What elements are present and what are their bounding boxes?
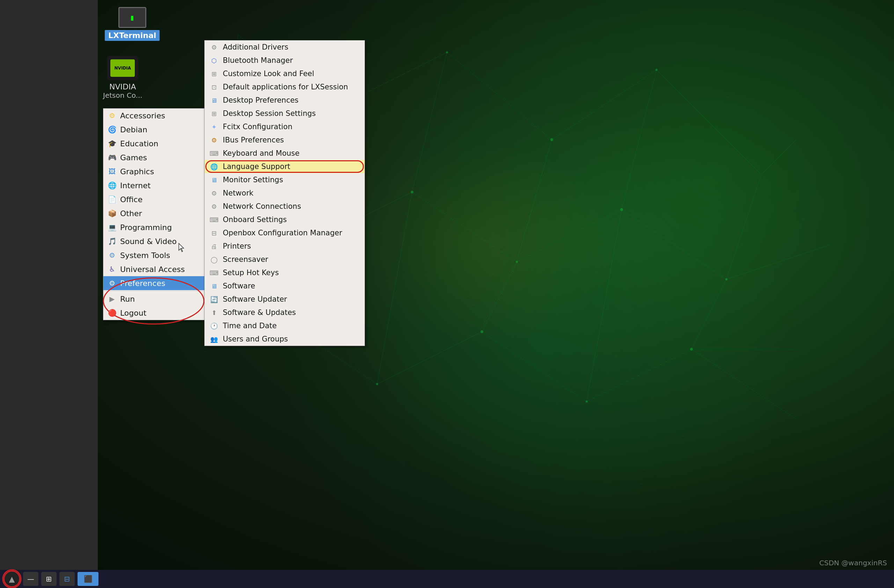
pref-additional-drivers[interactable]: ⚙ Additional Drivers: [205, 41, 365, 54]
pref-onboard-settings[interactable]: ⌨ Onboard Settings: [205, 213, 365, 226]
pref-network[interactable]: ⚙ Network: [205, 187, 365, 200]
pref-customize-look[interactable]: ⊞ Customize Look and Feel: [205, 67, 365, 80]
svg-line-4: [657, 70, 761, 175]
menu-item-other[interactable]: 📦 Other ›: [103, 207, 211, 220]
graphics-icon: 🖼: [107, 167, 117, 176]
menu-separator: [103, 291, 211, 291]
software-icon: 🖥: [210, 282, 219, 291]
pref-setup-hotkeys[interactable]: ⌨ Setup Hot Keys: [205, 266, 365, 279]
pref-printers[interactable]: 🖨 Printers: [205, 240, 365, 253]
pref-language-support[interactable]: 🌐 Language Support: [205, 160, 365, 173]
svg-line-26: [726, 244, 831, 279]
language-support-icon: 🌐: [210, 162, 219, 171]
svg-line-9: [622, 210, 726, 279]
pref-desktop-session[interactable]: ⊞ Desktop Session Settings: [205, 107, 365, 120]
fcitx-icon: ✦: [210, 122, 219, 131]
time-date-icon: 🕐: [210, 321, 219, 330]
pref-network-connections[interactable]: ⚙ Network Connections: [205, 200, 365, 213]
pref-software-updates[interactable]: ⬆ Software & Updates: [205, 306, 365, 319]
start-button-container: ▲: [3, 571, 20, 587]
svg-line-18: [377, 192, 412, 384]
menu-item-debian[interactable]: 🌀 Debian ›: [103, 122, 211, 137]
menu-item-games[interactable]: 🎮 Games ›: [103, 151, 211, 164]
pref-users-groups[interactable]: 👥 Users and Groups: [205, 332, 365, 346]
printers-icon: 🖨: [210, 242, 219, 251]
taskbar-icon-4: ⬛: [84, 575, 92, 583]
start-button[interactable]: ▲: [3, 571, 20, 587]
nvidia-desktop-icon[interactable]: NVIDIA NVIDIA Jetson Co...: [103, 56, 142, 100]
menu-item-run[interactable]: ▶ Run: [103, 292, 211, 306]
internet-icon: 🌐: [107, 181, 117, 190]
preferences-icon: ⚙: [107, 279, 117, 288]
debian-icon: 🌀: [107, 125, 117, 134]
menu-item-internet[interactable]: 🌐 Internet ›: [103, 178, 211, 192]
desktop-session-icon: ⊞: [210, 109, 219, 118]
left-panel: [0, 0, 98, 588]
svg-point-30: [550, 138, 553, 141]
taskbar-btn-4[interactable]: ⬛: [77, 572, 98, 586]
pref-bluetooth-manager[interactable]: ⬡ Bluetooth Manager: [205, 54, 365, 67]
menu-item-programming[interactable]: 💻 Programming ›: [103, 220, 211, 234]
svg-point-39: [725, 278, 728, 280]
network-icon: ⚙: [210, 188, 219, 198]
lxterminal-icon[interactable]: ▮ LXTerminal: [105, 7, 160, 41]
pref-openbox-config[interactable]: ⊟ Openbox Configuration Manager: [205, 226, 365, 240]
systemtools-icon: ⚙: [107, 251, 117, 260]
pref-screensaver[interactable]: ◯ Screensaver: [205, 253, 365, 266]
taskbar-btn-3[interactable]: ⊟: [59, 572, 75, 586]
menu-item-office[interactable]: 📄 Office ›: [103, 192, 211, 207]
pref-software[interactable]: 🖥 Software: [205, 279, 365, 292]
programming-icon: 💻: [107, 223, 117, 232]
pref-keyboard-mouse[interactable]: ⌨ Keyboard and Mouse: [205, 147, 365, 160]
sound-icon: 🎵: [107, 237, 117, 246]
menu-item-accessories[interactable]: ⚙ Accessories ›: [103, 109, 211, 122]
svg-line-8: [517, 210, 622, 262]
openbox-icon: ⊟: [210, 228, 219, 237]
svg-point-29: [446, 51, 448, 53]
pref-ibus-prefs[interactable]: ⚙ IBus Preferences: [205, 133, 365, 147]
software-updater-icon: 🔄: [210, 295, 219, 304]
start-icon: ▲: [9, 575, 15, 583]
education-icon: 🎓: [107, 139, 117, 148]
svg-line-19: [482, 262, 517, 332]
preferences-submenu: ⚙ Additional Drivers ⬡ Bluetooth Manager…: [204, 40, 365, 346]
svg-point-34: [620, 208, 623, 211]
taskbar-icon-1: —: [27, 575, 34, 583]
pref-fcitx-config[interactable]: ✦ Fcitx Configuration: [205, 120, 365, 133]
left-context-menu: ⚙ Accessories › 🌀 Debian › 🎓 Education ›…: [103, 108, 211, 320]
menu-item-graphics[interactable]: 🖼 Graphics ›: [103, 164, 211, 178]
nvidia-logo: NVIDIA: [107, 56, 138, 80]
svg-line-7: [412, 192, 517, 262]
nvidia-name: NVIDIA Jetson Co...: [103, 82, 142, 100]
svg-line-21: [726, 175, 761, 279]
pref-software-updater[interactable]: 🔄 Software Updater: [205, 292, 365, 306]
svg-point-40: [342, 140, 622, 349]
svg-line-12: [482, 332, 587, 401]
menu-item-universal[interactable]: ♿ Universal Access ›: [103, 262, 211, 276]
svg-point-32: [411, 191, 414, 193]
svg-line-11: [377, 332, 482, 384]
pref-default-apps[interactable]: ⊡ Default applications for LXSession: [205, 80, 365, 93]
menu-item-systemtools[interactable]: ⚙ System Tools ›: [103, 248, 211, 262]
accessories-icon: ⚙: [107, 111, 117, 120]
taskbar-btn-1[interactable]: —: [23, 572, 38, 586]
other-icon: 📦: [107, 209, 117, 218]
menu-item-education[interactable]: 🎓 Education ›: [103, 137, 211, 151]
users-groups-icon: 👥: [210, 335, 219, 344]
taskbar: ▲ — ⊞ ⊟ ⬛: [0, 570, 894, 588]
svg-point-36: [480, 330, 483, 333]
universal-icon: ♿: [107, 265, 117, 274]
menu-item-logout[interactable]: 🔴 Logout: [103, 306, 211, 320]
menu-item-sound[interactable]: 🎵 Sound & Video ›: [103, 234, 211, 248]
games-icon: 🎮: [107, 153, 117, 162]
pref-time-date[interactable]: 🕐 Time and Date: [205, 319, 365, 332]
taskbar-btn-2[interactable]: ⊞: [41, 572, 57, 586]
pref-monitor-settings[interactable]: 🖥 Monitor Settings: [205, 173, 365, 187]
svg-line-13: [587, 349, 692, 401]
lxterminal-monitor-icon: ▮: [118, 7, 146, 28]
svg-line-22: [692, 279, 726, 349]
lxterminal-label: LXTerminal: [105, 30, 160, 41]
svg-line-3: [552, 70, 657, 140]
pref-desktop-prefs[interactable]: 🖥 Desktop Preferences: [205, 93, 365, 107]
menu-item-preferences[interactable]: ⚙ Preferences ›: [103, 276, 211, 290]
